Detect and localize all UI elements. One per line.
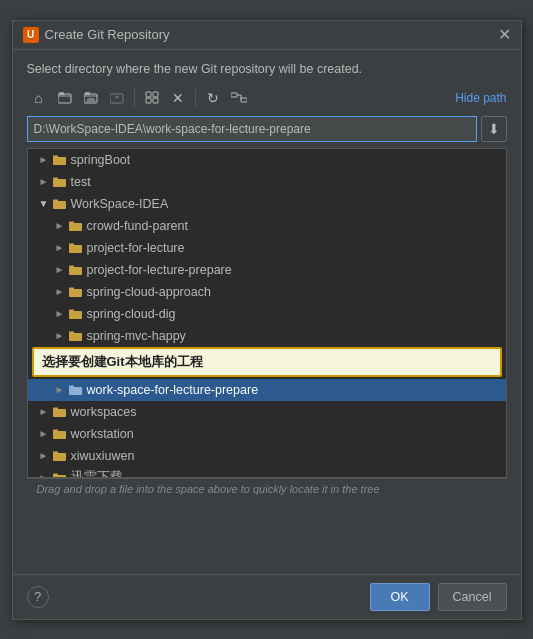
svg-rect-24 — [69, 287, 74, 290]
tree-arrow-scd: ► — [52, 308, 68, 319]
connect-button[interactable] — [227, 86, 251, 110]
svg-rect-28 — [69, 331, 74, 334]
file-tree[interactable]: ► springBoot ► test ▼ WorkSpa — [27, 148, 507, 478]
cancel-button[interactable]: Cancel — [438, 583, 507, 611]
svg-rect-12 — [53, 155, 58, 158]
dialog-body: Select directory where the new Git repos… — [13, 50, 521, 574]
svg-rect-3 — [85, 92, 90, 95]
tree-item-xunlei[interactable]: ► 迅雷下载 — [28, 467, 506, 478]
folder-icon-wslp — [68, 384, 84, 396]
svg-rect-7 — [146, 98, 151, 103]
tree-item-spring-cloud-dig[interactable]: ► spring-cloud-dig — [28, 303, 506, 325]
tree-arrow-sca: ► — [52, 286, 68, 297]
tree-item-spring-cloud-approach[interactable]: ► spring-cloud-approach — [28, 281, 506, 303]
svg-rect-18 — [69, 221, 74, 224]
dialog-description: Select directory where the new Git repos… — [27, 62, 507, 76]
tree-arrow-xiwuxiuwen: ► — [36, 450, 52, 461]
tree-arrow-workspace-idea: ▼ — [36, 198, 52, 209]
tree-label-project-lecture: project-for-lecture — [87, 241, 506, 255]
tree-label-workstation: workstation — [71, 427, 506, 441]
svg-rect-5 — [146, 92, 151, 97]
toolbar-separator-1 — [134, 89, 135, 107]
tree-label-scd: spring-cloud-dig — [87, 307, 506, 321]
toolbar-separator-2 — [195, 89, 196, 107]
ok-button[interactable]: OK — [370, 583, 430, 611]
folder-icon-crowd — [68, 220, 84, 232]
folder-icon-workspace-idea — [52, 198, 68, 210]
svg-rect-10 — [241, 98, 247, 102]
tree-label-xunlei: 迅雷下载 — [71, 469, 506, 478]
tree-label-sca: spring-cloud-approach — [87, 285, 506, 299]
svg-rect-38 — [53, 473, 58, 476]
tree-item-work-space-lecture-prepare[interactable]: ► work-space-for-lecture-prepare — [28, 379, 506, 401]
tree-label-smh: spring-mvc-happy — [87, 329, 506, 343]
svg-rect-14 — [53, 177, 58, 180]
folder-icon-project-lecture-prepare — [68, 264, 84, 276]
tree-arrow-crowd: ► — [52, 220, 68, 231]
refresh-button[interactable]: ↻ — [201, 86, 225, 110]
tree-arrow-springboot: ► — [36, 154, 52, 165]
folder-icon-xiwuxiuwen — [52, 450, 68, 462]
tree-label-crowd: crowd-fund-parent — [87, 219, 506, 233]
create-git-repository-dialog: U Create Git Repository ✕ Select directo… — [12, 20, 522, 620]
tree-item-workstation[interactable]: ► workstation — [28, 423, 506, 445]
svg-rect-6 — [153, 92, 158, 97]
folder-icon-workspaces — [52, 406, 68, 418]
folder-icon-sca — [68, 286, 84, 298]
path-input[interactable] — [27, 116, 477, 142]
svg-rect-0 — [58, 94, 71, 103]
tree-arrow-test: ► — [36, 176, 52, 187]
hide-path-link[interactable]: Hide path — [455, 91, 506, 105]
dialog-title: Create Git Repository — [45, 27, 492, 42]
folder-icon-project-lecture — [68, 242, 84, 254]
tree-item-workspace-idea[interactable]: ▼ WorkSpace-IDEA — [28, 193, 506, 215]
tree-arrow-workstation: ► — [36, 428, 52, 439]
new-folder-button[interactable] — [53, 86, 77, 110]
tree-item-workspaces[interactable]: ► workspaces — [28, 401, 506, 423]
expand-button[interactable] — [140, 86, 164, 110]
help-button[interactable]: ? — [27, 586, 49, 608]
tree-item-test[interactable]: ► test — [28, 171, 506, 193]
tree-label-springboot: springBoot — [71, 153, 506, 167]
open-folder-button[interactable] — [79, 86, 103, 110]
tree-arrow-workspaces: ► — [36, 406, 52, 417]
tree-item-xiwuxiuwen[interactable]: ► xiwuxiuwen — [28, 445, 506, 467]
folder-icon-workstation — [52, 428, 68, 440]
folder-icon-smh — [68, 330, 84, 342]
dialog-footer: ? OK Cancel — [13, 574, 521, 619]
toolbar: ⌂ ✕ ↻ Hide path — [27, 86, 507, 110]
app-icon: U — [23, 27, 39, 43]
tree-arrow-project-lecture-prepare: ► — [52, 264, 68, 275]
delete-button[interactable]: ✕ — [166, 86, 190, 110]
folder-up-button[interactable] — [105, 86, 129, 110]
tooltip-box: 选择要创建Git本地库的工程 — [32, 347, 502, 377]
tree-item-project-lecture[interactable]: ► project-for-lecture — [28, 237, 506, 259]
status-bar: Drag and drop a file into the space abov… — [27, 478, 507, 499]
svg-rect-36 — [53, 451, 58, 454]
tree-item-spring-mvc-happy[interactable]: ► spring-mvc-happy — [28, 325, 506, 347]
svg-rect-34 — [53, 429, 58, 432]
svg-rect-26 — [69, 309, 74, 312]
tree-item-crowd-fund-parent[interactable]: ► crowd-fund-parent — [28, 215, 506, 237]
close-button[interactable]: ✕ — [498, 27, 511, 43]
svg-rect-16 — [53, 199, 58, 202]
svg-rect-1 — [59, 92, 64, 95]
path-input-row: ⬇ — [27, 116, 507, 142]
tree-arrow-wslp: ► — [52, 384, 68, 395]
svg-rect-20 — [69, 243, 74, 246]
svg-rect-9 — [231, 93, 237, 97]
tree-label-xiwuxiuwen: xiwuxiuwen — [71, 449, 506, 463]
path-refresh-button[interactable]: ⬇ — [481, 116, 507, 142]
svg-rect-8 — [153, 98, 158, 103]
tree-item-project-lecture-prepare[interactable]: ► project-for-lecture-prepare — [28, 259, 506, 281]
svg-rect-32 — [53, 407, 58, 410]
status-bar-text: Drag and drop a file into the space abov… — [37, 483, 380, 495]
home-button[interactable]: ⌂ — [27, 86, 51, 110]
title-bar: U Create Git Repository ✕ — [13, 21, 521, 50]
folder-icon-scd — [68, 308, 84, 320]
tree-item-springboot[interactable]: ► springBoot — [28, 149, 506, 171]
folder-icon-springboot — [52, 154, 68, 166]
tree-label-wslp: work-space-for-lecture-prepare — [87, 383, 506, 397]
tree-label-workspaces: workspaces — [71, 405, 506, 419]
tree-label-workspace-idea: WorkSpace-IDEA — [71, 197, 506, 211]
